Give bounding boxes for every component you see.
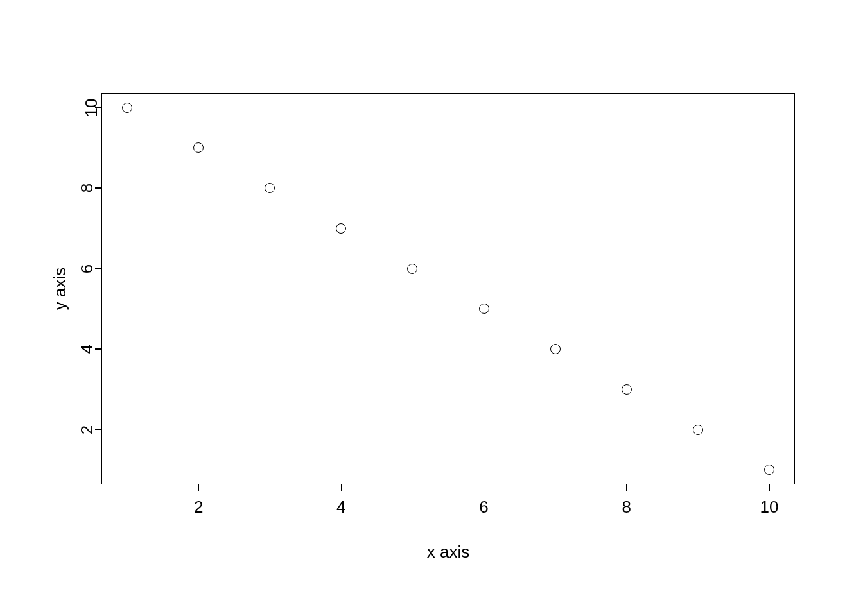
x-tick-label: 10: [760, 497, 779, 517]
data-point: [265, 183, 275, 193]
x-tick: [626, 484, 627, 491]
x-tick-label: 2: [194, 497, 203, 517]
x-axis-label: x axis: [427, 542, 469, 562]
data-point: [336, 223, 346, 234]
x-tick: [198, 484, 199, 491]
data-point: [479, 304, 489, 314]
chart-container: x axis y axis 246810 246810: [0, 0, 863, 616]
x-tick-label: 6: [479, 497, 488, 517]
x-tick-label: 8: [622, 497, 631, 517]
y-tick-label: 6: [77, 264, 97, 273]
data-point: [764, 465, 774, 475]
x-tick-label: 4: [336, 497, 345, 517]
y-tick-label: 10: [82, 98, 101, 117]
data-point: [693, 425, 703, 435]
y-tick-label: 4: [77, 345, 97, 354]
y-axis-label: y axis: [50, 268, 70, 310]
x-tick: [769, 484, 770, 491]
y-tick-label: 2: [77, 425, 97, 434]
x-tick: [341, 484, 342, 491]
plot-area: [101, 93, 795, 484]
data-point: [122, 103, 132, 113]
data-point: [407, 264, 417, 274]
data-point: [622, 384, 632, 395]
x-tick: [484, 484, 485, 491]
data-point: [550, 344, 561, 354]
y-tick-label: 8: [77, 184, 97, 193]
data-point: [193, 142, 204, 153]
